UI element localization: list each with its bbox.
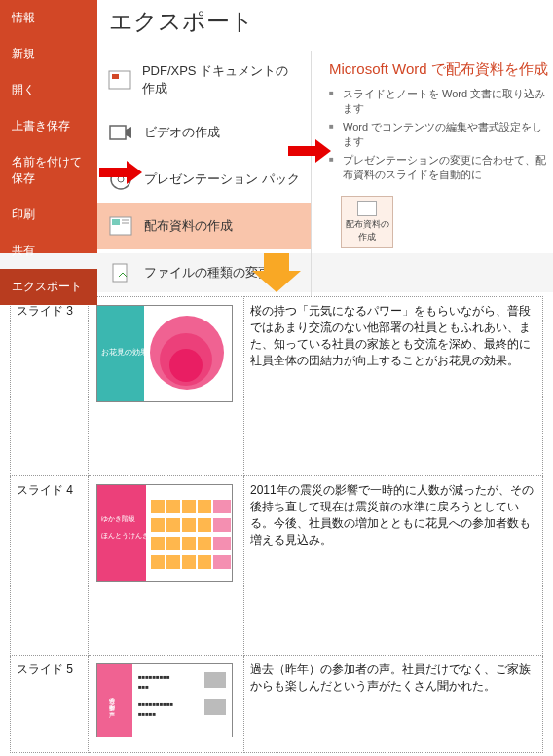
sidebar-item-print[interactable]: 印刷 [0,197,97,233]
svg-rect-0 [109,71,130,89]
bullet-item: スライドとノートを Word 文書に取り込みます [329,85,553,118]
svg-rect-10 [113,264,127,282]
detail-title: Microsoft Word で配布資料を作成 [329,60,553,79]
bullet-item: プレゼンテーションの変更に合わせて、配布資料のスライドを自動的に [329,151,553,184]
table-row: スライド 4 ゆかき階級 ほんとうけんきりしきあり 2011年の震災の影響で一時… [11,476,543,656]
slide-label-cell: スライド 5 [11,656,89,753]
sidebar-item-save[interactable]: 上書き保存 [0,108,97,144]
action-button-label: 配布資料の作成 [342,218,392,244]
table-row: スライド 5 過去の参加者の声 ■■■■■■■■■ ■■■ ■■■■■■■■■■… [11,656,543,753]
option-video[interactable]: ビデオの作成 [97,109,311,156]
slide-note-cell: 桜の持つ「元気になるパワー」をもらいながら、普段ではあまり交流のない他部署の社員… [244,297,543,476]
option-label: プレゼンテーション パック [144,170,300,188]
slide-thumbnail: 過去の参加者の声 ■■■■■■■■■ ■■■ ■■■■■■■■■■ ■■■■■ [96,663,233,737]
sidebar-item-saveas[interactable]: 名前を付けて保存 [0,144,97,197]
option-handout[interactable]: 配布資料の作成 [97,203,311,249]
filetype-icon [107,261,134,284]
detail-bullets: スライドとノートを Word 文書に取り込みます Word でコンテンツの編集や… [329,85,553,184]
svg-rect-1 [112,74,119,79]
video-icon [107,121,134,144]
handout-icon [107,214,134,238]
svg-rect-2 [110,126,126,139]
page-title: エクスポート [97,0,553,51]
option-label: ビデオの作成 [144,124,220,141]
handout-table: スライド 3 お花見の効果 桜の持つ「元気になるパワー」をもらいながら、普段では… [10,296,543,753]
slide-note-cell: 過去（昨年）の参加者の声。社員だけでなく、ご家族からも楽しんだという声がたくさん… [244,656,543,753]
slide-thumb-cell: 過去の参加者の声 ■■■■■■■■■ ■■■ ■■■■■■■■■■ ■■■■■ [89,656,244,753]
pdf-icon [107,68,132,92]
slide-note-cell: 2011年の震災の影響で一時的に人数が減ったが、その後持ち直して現在は震災前の水… [244,476,543,656]
sidebar-item-info[interactable]: 情報 [0,0,97,36]
create-handout-button[interactable]: 配布資料の作成 [341,196,393,248]
svg-rect-7 [112,219,120,225]
svg-marker-3 [126,127,131,138]
sidebar-item-new[interactable]: 新規 [0,36,97,72]
export-detail-panel: Microsoft Word で配布資料を作成 スライドとノートを Word 文… [312,51,553,296]
option-label: 配布資料の作成 [144,217,233,235]
slide-thumb-cell: お花見の効果 [89,297,244,476]
backstage-sidebar: 情報 新規 開く 上書き保存 名前を付けて保存 印刷 共有 エクスポート 閉じる [0,0,97,253]
option-label: PDF/XPS ドキュメントの作成 [142,62,301,97]
slide-thumbnail: ゆかき階級 ほんとうけんきりしきあり [96,484,233,582]
sidebar-item-export[interactable]: エクスポート [0,269,97,305]
handout-button-icon [357,201,377,216]
down-arrow-icon [252,253,301,292]
slide-thumb-cell: ゆかき階級 ほんとうけんきりしきあり [89,476,244,656]
option-pdf-xps[interactable]: PDF/XPS ドキュメントの作成 [97,51,311,109]
sidebar-item-open[interactable]: 開く [0,72,97,108]
slide-label-cell: スライド 4 [11,476,89,656]
thumb-title: お花見の効果 [101,347,148,358]
thumb-title: 過去の参加者の声 [107,694,116,707]
slide-thumbnail: お花見の効果 [96,305,233,402]
sidebar-item-share[interactable]: 共有 [0,233,97,269]
bullet-item: Word でコンテンツの編集や書式設定をします [329,118,553,151]
